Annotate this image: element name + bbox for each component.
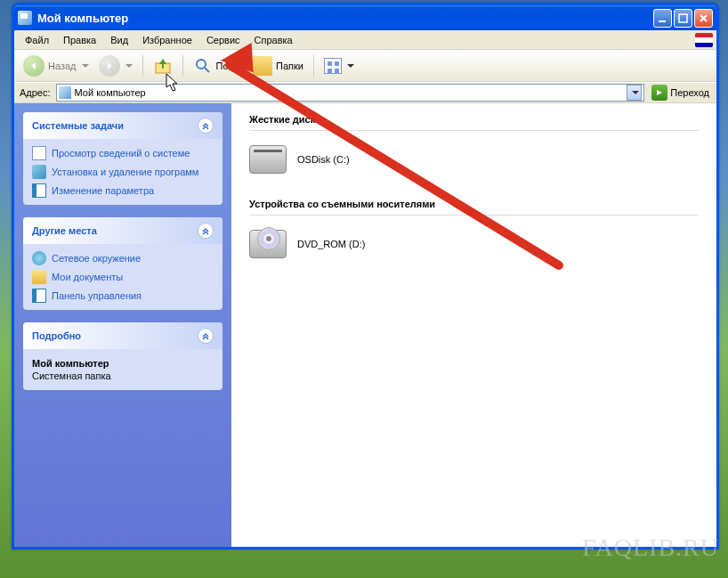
folders-label: Папки [276, 61, 303, 71]
panel-body: Сетевое окружение Мои документы Панель у… [23, 244, 222, 310]
svg-rect-0 [659, 20, 666, 22]
panel-header[interactable]: Системные задачи [23, 112, 222, 139]
menu-favorites[interactable]: Избранное [135, 33, 199, 47]
go-button[interactable]: Переход [648, 84, 713, 102]
chevron-down-icon [82, 64, 89, 68]
watermark: FAQLIB.RU [582, 533, 719, 562]
svg-rect-1 [679, 14, 687, 22]
toolbar: Назад Поиск Папки [14, 50, 716, 82]
go-arrow-icon [651, 85, 667, 101]
drive-label: OSDisk (C:) [297, 154, 350, 165]
link-change-setting[interactable]: Изменение параметра [32, 183, 214, 198]
hdd-icon [249, 145, 287, 174]
windows-flag-icon [695, 33, 713, 47]
back-arrow-icon [23, 55, 44, 77]
link-label: Просмотр сведений о системе [52, 147, 190, 159]
drive-label: DVD_ROM (D:) [297, 239, 365, 249]
section-removable: Устройства со съемными носителями [249, 195, 699, 216]
separator [313, 55, 314, 77]
back-label: Назад [48, 61, 77, 71]
details-name: Мой компьютер [32, 358, 214, 369]
menubar: Файл Правка Вид Избранное Сервис Справка [14, 30, 716, 50]
menu-file[interactable]: Файл [18, 33, 56, 47]
search-icon [193, 56, 213, 76]
panel-title: Системные задачи [32, 120, 124, 131]
link-label: Сетевое окружение [52, 252, 141, 265]
link-network-places[interactable]: Сетевое окружение [32, 251, 214, 265]
details-body: Мой компьютер Системная папка [23, 349, 222, 390]
panel-title: Подробно [32, 330, 81, 341]
folders-icon [253, 56, 272, 76]
link-label: Установка и удаление программ [52, 166, 198, 178]
panel-body: Просмотр сведений о системе Установка и … [23, 139, 222, 205]
link-label: Изменение параметра [52, 184, 154, 197]
views-icon [324, 58, 342, 74]
section-hard-disks: Жесткие диски [249, 110, 699, 131]
dvd-icon [249, 230, 287, 258]
close-button[interactable] [694, 9, 713, 28]
forward-arrow-icon [99, 55, 120, 77]
computer-icon [59, 86, 71, 99]
panel-other-places: Другие места Сетевое окружение Мои докум… [23, 217, 222, 310]
link-my-documents[interactable]: Мои документы [32, 270, 214, 284]
window-title: Мой компьютер [37, 12, 653, 25]
drive-c[interactable]: OSDisk (C:) [249, 140, 699, 179]
chevron-down-icon [632, 91, 639, 94]
drive-d[interactable]: DVD_ROM (D:) [249, 224, 699, 264]
link-label: Панель управления [52, 289, 142, 302]
svg-line-4 [205, 68, 209, 72]
link-label: Мои документы [52, 271, 123, 283]
search-label: Поиск [216, 61, 243, 71]
folders-button[interactable]: Папки [249, 53, 307, 78]
chevron-down-icon [125, 64, 133, 68]
window-controls [653, 9, 713, 28]
address-value: Мой компьютер [75, 87, 146, 98]
collapse-button[interactable] [198, 223, 214, 239]
control-panel-icon [32, 289, 46, 303]
search-button[interactable]: Поиск [190, 53, 247, 78]
menu-view[interactable]: Вид [103, 33, 135, 47]
chevron-down-icon [347, 64, 354, 68]
back-button[interactable]: Назад [20, 53, 93, 78]
separator [182, 55, 183, 77]
panel-details: Подробно Мой компьютер Системная папка [23, 322, 222, 390]
minimize-button[interactable] [653, 9, 672, 28]
address-label: Адрес: [18, 87, 53, 98]
address-dropdown[interactable] [627, 85, 642, 101]
forward-button[interactable] [95, 53, 136, 78]
svg-point-3 [197, 60, 206, 69]
document-icon [32, 146, 46, 160]
computer-icon [18, 11, 32, 25]
views-button[interactable] [320, 53, 358, 78]
address-input[interactable]: Мой компьютер [56, 84, 645, 102]
collapse-button[interactable] [198, 118, 214, 134]
panel-header[interactable]: Другие места [23, 217, 222, 244]
link-system-info[interactable]: Просмотр сведений о системе [32, 146, 214, 160]
panel-header[interactable]: Подробно [23, 322, 222, 349]
collapse-button[interactable] [198, 328, 214, 344]
menu-edit[interactable]: Правка [56, 33, 103, 47]
link-control-panel[interactable]: Панель управления [32, 289, 214, 303]
content-area: Системные задачи Просмотр сведений о сис… [14, 103, 716, 547]
link-add-remove-programs[interactable]: Установка и удаление программ [32, 165, 214, 179]
folder-icon [32, 270, 46, 284]
addressbar: Адрес: Мой компьютер Переход [14, 82, 716, 103]
task-sidebar: Системные задачи Просмотр сведений о сис… [14, 103, 231, 547]
up-button[interactable] [150, 53, 176, 78]
maximize-button[interactable] [674, 9, 692, 28]
separator [142, 55, 143, 77]
up-folder-icon [153, 56, 173, 76]
menu-help[interactable]: Справка [247, 33, 300, 47]
main-view: Жесткие диски OSDisk (C:) Устройства со … [231, 103, 716, 547]
install-icon [32, 165, 46, 179]
go-label: Переход [670, 87, 709, 98]
panel-title: Другие места [32, 225, 97, 236]
titlebar[interactable]: Мой компьютер [14, 5, 716, 30]
explorer-window: Мой компьютер Файл Правка Вид Избранное … [12, 3, 719, 550]
details-type: Системная папка [32, 370, 214, 381]
network-icon [32, 251, 46, 265]
menu-tools[interactable]: Сервис [199, 33, 247, 47]
settings-icon [32, 183, 46, 198]
panel-system-tasks: Системные задачи Просмотр сведений о сис… [23, 112, 222, 205]
